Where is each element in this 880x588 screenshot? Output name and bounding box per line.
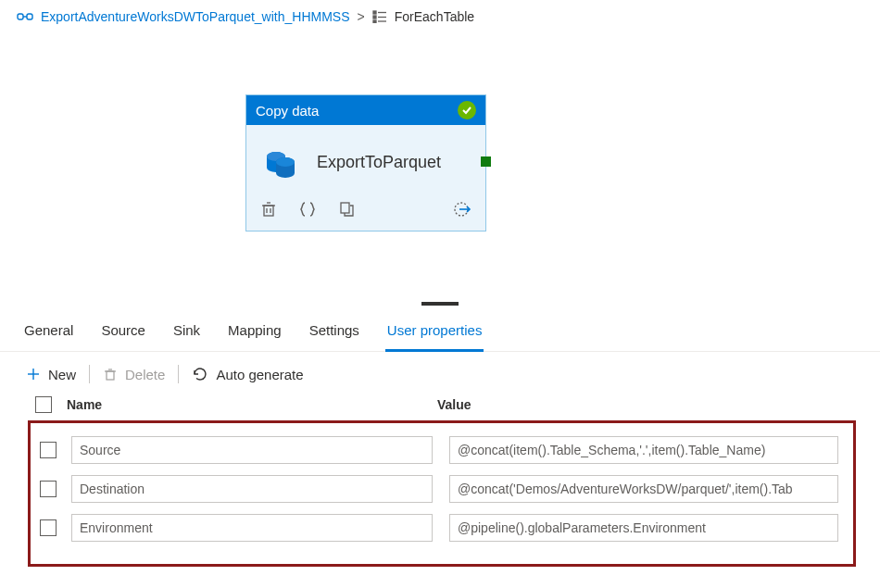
activity-body: ExportToParquet <box>246 125 485 194</box>
copy-data-activity[interactable]: Copy data ExportToParquet <box>245 94 486 231</box>
property-value-input[interactable] <box>449 475 838 503</box>
row-checkbox[interactable] <box>40 481 57 497</box>
code-braces-icon[interactable] <box>298 200 317 219</box>
svg-rect-3 <box>373 11 376 14</box>
delete-icon[interactable] <box>259 200 278 219</box>
tab-mapping[interactable]: Mapping <box>226 311 283 351</box>
trash-icon <box>103 367 118 382</box>
breadcrumb-parent[interactable]: ExportAdventureWorksDWToParquet_with_HHM… <box>41 9 350 24</box>
svg-rect-0 <box>18 14 23 19</box>
new-button[interactable]: New <box>26 367 76 382</box>
breadcrumb-current: ForEachTable <box>395 9 474 24</box>
pipeline-canvas[interactable]: Copy data ExportToParquet <box>0 28 880 306</box>
table-row <box>40 436 838 464</box>
column-header-name: Name <box>67 397 437 412</box>
table-row <box>40 514 838 542</box>
highlighted-rows <box>28 420 856 567</box>
property-name-input[interactable] <box>71 475 433 503</box>
tab-general[interactable]: General <box>22 311 75 351</box>
svg-rect-13 <box>264 206 273 216</box>
output-connector[interactable] <box>481 156 491 167</box>
property-name-input[interactable] <box>71 436 433 464</box>
row-checkbox[interactable] <box>40 442 57 458</box>
auto-generate-button[interactable]: Auto generate <box>192 366 303 382</box>
clone-icon[interactable] <box>337 200 356 219</box>
delete-button-label: Delete <box>125 367 165 382</box>
properties-tabs: General Source Sink Mapping Settings Use… <box>0 311 880 352</box>
svg-rect-1 <box>27 14 32 19</box>
tab-sink[interactable]: Sink <box>171 311 202 351</box>
pipeline-icon <box>17 10 33 23</box>
select-all-checkbox[interactable] <box>35 396 52 413</box>
activity-header: Copy data <box>246 95 485 125</box>
delete-button: Delete <box>103 367 165 382</box>
panel-resize-grip[interactable] <box>421 302 459 306</box>
breadcrumb: ExportAdventureWorksDWToParquet_with_HHM… <box>0 0 880 28</box>
svg-rect-23 <box>107 371 114 380</box>
toolbar-separator <box>178 365 179 383</box>
tab-settings[interactable]: Settings <box>308 311 361 351</box>
activity-type-label: Copy data <box>256 103 319 119</box>
new-button-label: New <box>48 367 76 382</box>
activity-name: ExportToParquet <box>317 153 441 172</box>
tab-source[interactable]: Source <box>99 311 147 351</box>
svg-point-12 <box>276 157 295 167</box>
property-value-input[interactable] <box>449 436 838 464</box>
breadcrumb-separator: > <box>358 9 365 24</box>
property-name-input[interactable] <box>71 514 433 542</box>
status-success-icon <box>458 101 476 119</box>
foreach-icon <box>372 10 387 23</box>
toolbar-separator <box>89 365 90 383</box>
table-header: Name Value <box>28 393 856 419</box>
plus-icon <box>26 367 41 382</box>
row-checkbox[interactable] <box>40 519 57 536</box>
svg-rect-18 <box>341 203 349 213</box>
user-props-toolbar: New Delete Auto generate <box>0 352 880 393</box>
activity-toolbar <box>246 194 485 231</box>
auto-generate-label: Auto generate <box>216 367 303 382</box>
column-header-value: Value <box>437 397 856 412</box>
copy-data-icon <box>263 144 300 181</box>
table-row <box>40 475 838 503</box>
property-value-input[interactable] <box>449 514 838 542</box>
svg-rect-4 <box>373 16 376 19</box>
launch-icon[interactable] <box>452 199 472 219</box>
user-props-table: Name Value <box>0 393 880 567</box>
refresh-icon <box>192 366 208 382</box>
svg-rect-5 <box>373 20 376 23</box>
tab-user-properties[interactable]: User properties <box>385 311 484 352</box>
